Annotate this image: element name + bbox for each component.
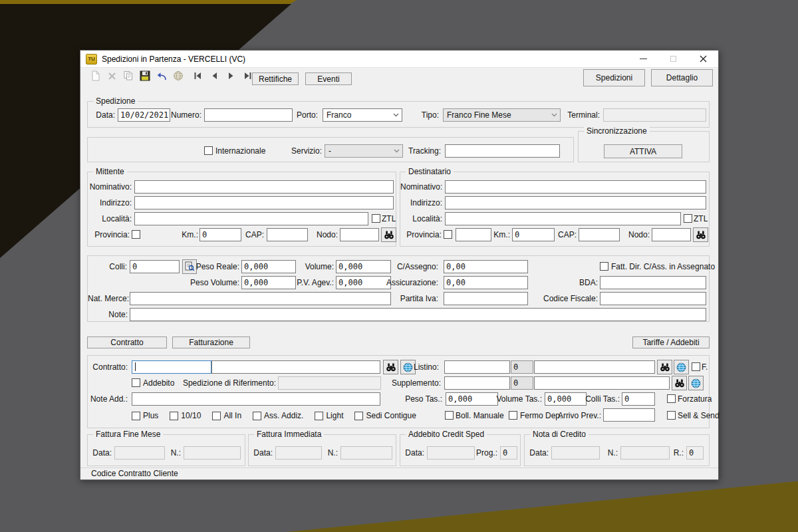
peso-reale-field[interactable]: 0,000 [241, 260, 296, 273]
fattura-immediata-data-field[interactable] [275, 446, 322, 460]
note-field[interactable] [130, 308, 706, 321]
last-record-icon [243, 71, 253, 80]
partita-iva-field[interactable] [444, 292, 528, 305]
eventi-button[interactable]: Eventi [305, 72, 352, 85]
contratto-code-field[interactable] [132, 360, 211, 374]
terminal-field[interactable] [603, 108, 706, 122]
ztl-label: ZTL [382, 212, 398, 225]
tracking-field[interactable] [445, 144, 560, 158]
mittente-provincia-checkbox[interactable] [132, 230, 140, 239]
supplemento-search-button[interactable] [672, 376, 687, 390]
peso-volume-label: Peso Volume: [181, 276, 239, 289]
dieci-dieci-checkbox[interactable] [170, 412, 178, 420]
fattura-fine-mese-n-field[interactable] [184, 446, 241, 460]
destinatario-cap-field[interactable] [579, 228, 620, 241]
numero-field[interactable] [204, 108, 293, 122]
tipo-label: Tipo: [407, 108, 439, 122]
destinatario-ztl-checkbox[interactable] [684, 214, 692, 223]
sped-riferimento-field[interactable] [278, 376, 381, 390]
assicurazione-field[interactable]: 0,00 [444, 276, 528, 289]
next-record-button[interactable] [225, 70, 237, 82]
fatt-dir-checkbox[interactable] [600, 262, 608, 271]
porto-select[interactable]: Franco [323, 108, 402, 122]
mittente-ztl-checkbox[interactable] [372, 214, 380, 223]
sincronizzazione-stato-button[interactable]: ATTIVA [604, 144, 682, 158]
arrivo-prev-field[interactable] [603, 408, 655, 422]
codice-fiscale-label: Codice Fiscale: [535, 292, 598, 305]
addebito-credit-prog-field[interactable]: 0 [500, 446, 517, 460]
rettifiche-button[interactable]: Rettifiche [252, 72, 299, 85]
supplemento-field[interactable] [444, 376, 510, 390]
destinatario-km-field[interactable]: 0 [512, 228, 555, 241]
forzatura-checkbox[interactable] [667, 394, 676, 403]
close-button[interactable] [688, 51, 718, 67]
colli-tas-field[interactable]: 0 [622, 392, 655, 406]
light-checkbox[interactable] [315, 412, 323, 420]
contratto-desc-field[interactable] [211, 360, 380, 374]
fattura-immediata-n-field[interactable] [340, 446, 392, 460]
addebito-credit-data-field[interactable] [427, 446, 475, 460]
tariffe-addebiti-button[interactable]: Tariffe / Addebiti [632, 336, 710, 348]
servizio-select[interactable]: - [325, 144, 403, 158]
c-assegno-field[interactable]: 0,00 [444, 260, 528, 273]
delete-button[interactable] [106, 70, 118, 82]
nota-credito-n-field[interactable] [620, 446, 670, 460]
listino-desc-field[interactable] [534, 360, 655, 374]
contratto-section-button[interactable]: Contratto [87, 336, 167, 348]
listino-label: Listino: [380, 360, 439, 374]
new-document-button[interactable] [89, 70, 101, 82]
destinatario-indirizzo-field[interactable] [445, 196, 706, 209]
undo-button[interactable] [156, 70, 168, 82]
indirizzo-label: Indirizzo: [88, 196, 132, 209]
sincronizzazione-group: Sincronizzazione ATTIVA [578, 131, 710, 162]
supplemento-desc-field[interactable] [534, 376, 670, 390]
internazionale-checkbox[interactable] [204, 146, 213, 155]
copy-button[interactable] [122, 70, 134, 82]
sell-send-checkbox[interactable] [667, 411, 676, 420]
data-field[interactable]: 10/02/2021 [118, 108, 170, 122]
addebito-checkbox[interactable] [132, 378, 140, 387]
mittente-indirizzo-field[interactable] [134, 196, 394, 209]
fattura-fine-mese-data-field[interactable] [114, 446, 165, 460]
nota-credito-data-field[interactable] [551, 446, 600, 460]
mittente-km-field[interactable]: 0 [200, 228, 241, 241]
dettaglio-button[interactable]: Dettaglio [651, 69, 713, 86]
nat-merce-field[interactable] [130, 292, 391, 305]
nota-credito-r-field[interactable]: 0 [686, 446, 704, 460]
plus-checkbox[interactable] [132, 412, 140, 420]
mittente-cap-field[interactable] [267, 228, 308, 241]
mittente-nominativo-field[interactable] [134, 180, 394, 194]
destinatario-localita-field[interactable] [445, 212, 681, 225]
destinatario-provincia-checkbox[interactable] [444, 230, 452, 239]
mittente-nodo-field[interactable] [340, 228, 379, 241]
maximize-button[interactable] [658, 51, 688, 67]
all-in-checkbox[interactable] [212, 412, 221, 420]
listino-web-button[interactable] [674, 360, 689, 374]
fermo-dep-checkbox[interactable] [509, 411, 517, 420]
spedizioni-button[interactable]: Spedizioni [583, 69, 645, 86]
destinatario-nodo-field[interactable] [652, 228, 691, 241]
tipo-select[interactable]: Franco Fine Mese [443, 108, 561, 122]
colli-field[interactable]: 0 [130, 260, 180, 273]
codice-fiscale-field[interactable] [600, 292, 706, 305]
listino-search-button[interactable] [657, 360, 672, 374]
volume-field[interactable]: 0,000 [336, 260, 391, 273]
listino-f-checkbox[interactable] [692, 362, 700, 371]
destinatario-nodo-search-button[interactable] [693, 227, 708, 242]
mittente-nodo-search-button[interactable] [381, 227, 396, 242]
mittente-localita-field[interactable] [134, 212, 368, 225]
minimize-button[interactable] [628, 51, 658, 67]
previous-record-button[interactable] [208, 70, 220, 82]
fatturazione-section-button[interactable]: Fatturazione [172, 336, 250, 348]
publish-web-button[interactable] [172, 70, 184, 82]
note-add-field[interactable] [132, 392, 380, 406]
sedi-contigue-checkbox[interactable] [354, 412, 363, 420]
save-button[interactable] [139, 70, 151, 82]
boll-manuale-checkbox[interactable] [445, 411, 454, 420]
destinatario-nominativo-field[interactable] [445, 180, 706, 194]
bda-field[interactable] [600, 276, 706, 289]
ass-addiz-checkbox[interactable] [253, 412, 261, 420]
listino-field[interactable] [444, 360, 510, 374]
supplemento-web-button[interactable] [688, 376, 704, 390]
first-record-button[interactable] [192, 70, 203, 82]
